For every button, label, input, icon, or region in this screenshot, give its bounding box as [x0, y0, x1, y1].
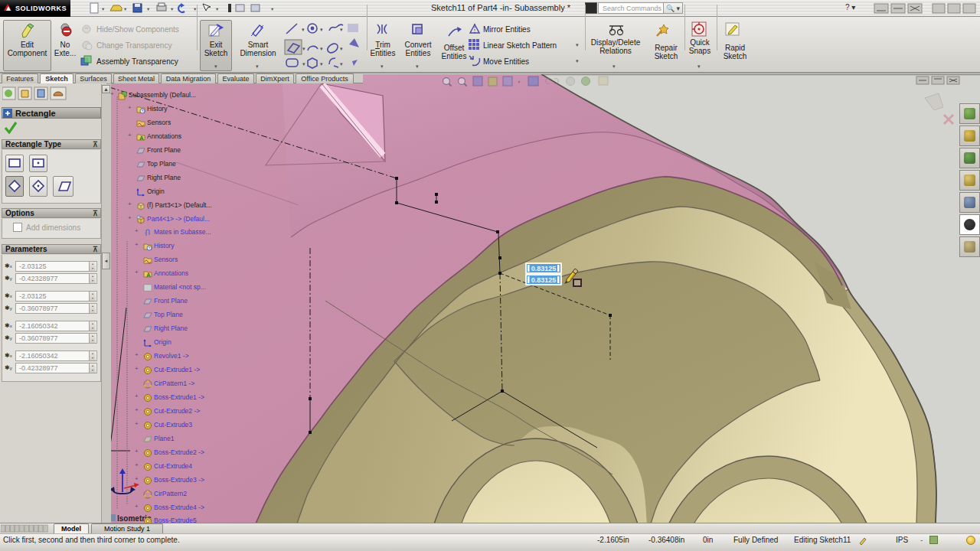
svg-text:0.83125: 0.83125: [531, 276, 557, 284]
svg-text:A: A: [139, 135, 144, 142]
svg-text:▾: ▾: [124, 6, 127, 11]
svg-text:▾: ▾: [302, 27, 305, 32]
svg-text:▾: ▾: [171, 6, 174, 11]
svg-text:▾: ▾: [320, 46, 323, 51]
svg-text:▾: ▾: [340, 61, 343, 67]
svg-text:▾: ▾: [302, 46, 305, 51]
svg-text:▾: ▾: [340, 46, 343, 51]
svg-text:A: A: [146, 272, 151, 279]
svg-text:▾: ▾: [340, 27, 343, 32]
svg-text:▾: ▾: [302, 61, 305, 67]
svg-text:▾: ▾: [216, 6, 219, 11]
svg-text:0.83125: 0.83125: [531, 265, 557, 272]
svg-text:▾: ▾: [271, 6, 274, 11]
svg-text:▾: ▾: [147, 6, 150, 11]
svg-text:▾: ▾: [102, 6, 105, 11]
svg-text:▾: ▾: [320, 27, 323, 32]
svg-text:▾: ▾: [320, 61, 323, 67]
